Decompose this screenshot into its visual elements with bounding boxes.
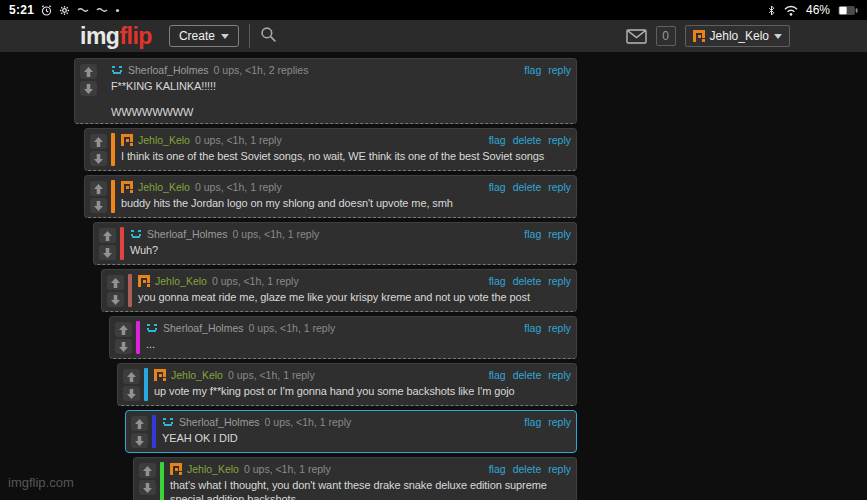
comment-body: YEAH OK I DID [162,431,571,445]
avatar[interactable] [111,64,123,76]
flag-link[interactable]: flag [524,416,541,428]
upvote-button[interactable] [80,64,97,79]
reply-link[interactable]: reply [548,275,571,287]
upvote-button[interactable] [107,275,124,290]
upvote-button[interactable] [90,181,107,196]
comment-username[interactable]: Sherloaf_Holmes [163,322,244,334]
wave-icon [96,6,108,14]
flag-link[interactable]: flag [524,64,541,76]
depth-bar [128,274,132,307]
alarm-clock-icon [41,5,52,16]
upvote-button[interactable] [139,463,156,478]
comment-username[interactable]: Sherloaf_Holmes [147,228,228,240]
comment-body: I think its one of the best Soviet songs… [121,149,571,163]
delete-link[interactable]: delete [513,181,542,193]
reply-link[interactable]: reply [548,322,571,334]
comment-body: buddy hits the Jordan logo on my shlong … [121,196,571,210]
avatar[interactable] [154,369,166,381]
depth-bar [160,462,164,500]
avatar[interactable] [170,463,182,475]
depth-bar [152,415,156,448]
upvote-button[interactable] [90,134,107,149]
reply-link[interactable]: reply [548,416,571,428]
username-label: Jehlo_Kelo [710,29,769,43]
clock-time-label: 5:21 [9,3,34,17]
comment-meta: 0 ups, <1h, 1 reply [244,463,331,475]
notification-count-badge[interactable]: 0 [656,26,676,46]
comment-username[interactable]: Sherloaf_Holmes [179,416,260,428]
downvote-button[interactable] [80,81,97,96]
comment-username[interactable]: Sherloaf_Holmes [128,64,209,76]
downvote-button[interactable] [90,151,107,166]
downvote-button[interactable] [131,433,148,448]
downvote-button[interactable] [123,386,140,401]
comment-username[interactable]: Jehlo_Kelo [138,134,190,146]
create-button[interactable]: Create [169,25,239,47]
avatar[interactable] [146,322,158,334]
avatar[interactable] [138,275,150,287]
comment-body: that's what I thought, you don't want th… [170,478,571,500]
depth-bar [111,133,115,166]
delete-link[interactable]: delete [513,134,542,146]
downvote-button[interactable] [115,339,132,354]
delete-link[interactable]: delete [513,369,542,381]
comment-username[interactable]: Jehlo_Kelo [171,369,223,381]
avatar[interactable] [162,416,174,428]
flag-link[interactable]: flag [524,322,541,334]
comment-body: WWWWWWWW [111,105,571,119]
flag-link[interactable]: flag [489,369,506,381]
search-icon[interactable] [260,26,277,46]
battery-percent-label: 46% [806,3,830,17]
comment-body: ... [146,337,571,351]
avatar[interactable] [121,181,133,193]
reply-link[interactable]: reply [548,134,571,146]
reply-link[interactable]: reply [548,64,571,76]
comment-username[interactable]: Jehlo_Kelo [138,181,190,193]
gear-icon [59,5,70,16]
avatar[interactable] [130,228,142,240]
comment-meta: 0 ups, <1h, 1 reply [249,322,336,334]
delete-link[interactable]: delete [513,275,542,287]
flag-link[interactable]: flag [489,181,506,193]
user-menu-button[interactable]: Jehlo_Kelo [685,25,790,47]
reply-link[interactable]: reply [548,369,571,381]
flag-link[interactable]: flag [489,134,506,146]
comment: Jehlo_Kelo 0 ups, <1h, 1 reply flag dele… [117,363,577,406]
downvote-button[interactable] [107,292,124,307]
upvote-button[interactable] [131,416,148,431]
comment-body: up vote my f**king post or I'm gonna han… [154,384,571,398]
comment-body: Wuh? [130,243,571,257]
flag-link[interactable]: flag [524,228,541,240]
reply-link[interactable]: reply [548,463,571,475]
flag-link[interactable]: flag [489,463,506,475]
avatar[interactable] [121,134,133,146]
depth-bar [120,227,124,260]
downvote-button[interactable] [99,245,116,260]
depth-bar [111,180,115,213]
imgflip-logo[interactable]: imgflip [80,25,152,48]
upvote-button[interactable] [115,322,132,337]
reply-link[interactable]: reply [548,228,571,240]
comment: Sherloaf_Holmes 0 ups, <1h, 2 replies fl… [74,58,577,124]
comment-username[interactable]: Jehlo_Kelo [155,275,207,287]
downvote-button[interactable] [90,198,107,213]
upvote-button[interactable] [123,369,140,384]
upvote-button[interactable] [99,228,116,243]
delete-link[interactable]: delete [513,463,542,475]
flag-link[interactable]: flag [489,275,506,287]
comment-meta: 0 ups, <1h, 2 replies [214,64,309,76]
comment-highlighted: Sherloaf_Holmes 0 ups, <1h, 1 reply flag… [125,410,577,453]
comment-meta: 0 ups, <1h, 1 reply [233,228,320,240]
comment-meta: 0 ups, <1h, 1 reply [195,134,282,146]
comment-meta: 0 ups, <1h, 1 reply [265,416,352,428]
caret-down-icon [221,34,229,39]
comment: Jehlo_Kelo 0 ups, <1h, 1 reply flag dele… [101,269,577,312]
reply-link[interactable]: reply [548,181,571,193]
envelope-icon[interactable] [626,29,647,44]
comment: Jehlo_Kelo 0 ups, <1h, 1 reply flag dele… [133,457,577,500]
comment-username[interactable]: Jehlo_Kelo [187,463,239,475]
user-avatar [693,30,705,42]
comment: Jehlo_Kelo 0 ups, <1h, 1 reply flag dele… [84,175,577,218]
downvote-button[interactable] [139,480,156,495]
battery-icon [838,5,858,16]
